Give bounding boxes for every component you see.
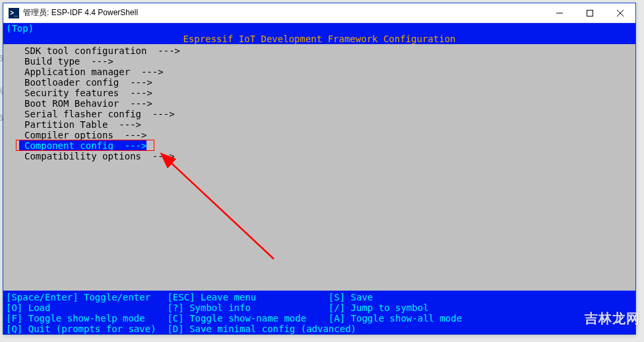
titlebar[interactable]: >_ 管理员: ESP-IDF 4.4 PowerShell (3, 3, 635, 23)
minimize-button[interactable] (544, 3, 575, 23)
config-header: Espressif IoT Development Framework Conf… (3, 34, 635, 44)
menu-item[interactable]: Security features ---> (3, 88, 635, 98)
maximize-button[interactable] (575, 3, 605, 23)
legend-row: [F] Toggle show-help mode [C] Toggle sho… (6, 313, 633, 324)
window-title: 管理员: ESP-IDF 4.4 PowerShell (23, 7, 544, 18)
menu-item[interactable]: Compatibility options ---> (3, 151, 635, 161)
menu-item[interactable]: Application manager ---> (3, 67, 635, 77)
menu-item[interactable]: Compiler options ---> (3, 130, 635, 140)
terminal[interactable]: (Top) Espressif IoT Development Framewor… (3, 23, 635, 334)
menu-item[interactable]: Bootloader config ---> (3, 77, 635, 88)
app-window: >_ 管理员: ESP-IDF 4.4 PowerShell (Top) Esp… (3, 3, 636, 335)
menu-item[interactable]: Build type ---> (3, 56, 635, 67)
watermark: 吉林龙网 (585, 310, 640, 328)
menu-item[interactable]: Component config ---> (19, 140, 146, 151)
legend-row: [Space/Enter] Toggle/enter [ESC] Leave m… (6, 292, 633, 302)
key-legend: [Space/Enter] Toggle/enter [ESC] Leave m… (3, 291, 635, 334)
menu-item[interactable]: Serial flasher config ---> (3, 109, 635, 119)
powershell-icon: >_ (9, 8, 19, 18)
menu-item[interactable]: SDK tool configuration ---> (3, 45, 635, 56)
menu-item[interactable]: Boot ROM Behavior ---> (3, 98, 635, 109)
legend-row: [O] Load [?] Symbol info [/] Jump to sym… (6, 302, 633, 313)
close-button[interactable] (605, 3, 635, 23)
breadcrumb: (Top) (3, 23, 635, 34)
menu-item[interactable]: Partition Table ---> (3, 119, 635, 130)
legend-row: [Q] Quit (prompts for save) [D] Save min… (6, 324, 633, 334)
menu-body: SDK tool configuration --->Build type --… (3, 44, 635, 291)
svg-rect-1 (587, 10, 593, 16)
